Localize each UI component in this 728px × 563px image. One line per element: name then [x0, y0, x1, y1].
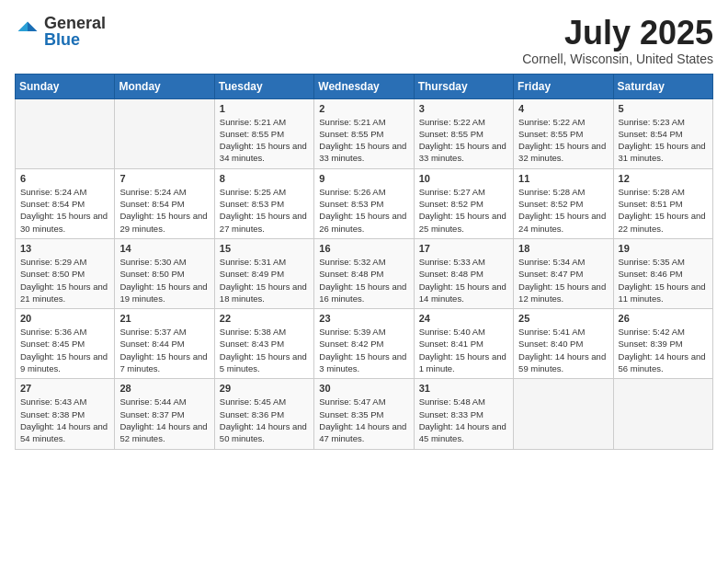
calendar-cell: 15Sunrise: 5:31 AMSunset: 8:49 PMDayligh…: [214, 238, 313, 308]
calendar-cell: 24Sunrise: 5:40 AMSunset: 8:41 PMDayligh…: [414, 309, 513, 379]
day-number: 13: [20, 243, 109, 254]
day-info: Sunrise: 5:27 AMSunset: 8:52 PMDaylight:…: [419, 186, 508, 235]
calendar-cell: 13Sunrise: 5:29 AMSunset: 8:50 PMDayligh…: [16, 238, 115, 308]
calendar-cell: 25Sunrise: 5:41 AMSunset: 8:40 PMDayligh…: [514, 309, 613, 379]
day-number: 17: [419, 243, 508, 254]
day-info: Sunrise: 5:44 AMSunset: 8:37 PMDaylight:…: [119, 396, 209, 444]
day-number: 5: [619, 103, 708, 114]
weekday-header-sunday: Sunday: [16, 74, 115, 98]
calendar-cell: 29Sunrise: 5:45 AMSunset: 8:36 PMDayligh…: [214, 379, 313, 449]
weekday-header-monday: Monday: [115, 74, 214, 98]
day-info: Sunrise: 5:22 AMSunset: 8:55 PMDaylight:…: [518, 116, 608, 165]
day-number: 4: [518, 103, 608, 114]
day-info: Sunrise: 5:28 AMSunset: 8:51 PMDaylight:…: [619, 186, 708, 235]
calendar-week-4: 20Sunrise: 5:36 AMSunset: 8:45 PMDayligh…: [16, 309, 713, 379]
calendar-week-3: 13Sunrise: 5:29 AMSunset: 8:50 PMDayligh…: [16, 238, 713, 308]
calendar-cell: 5Sunrise: 5:23 AMSunset: 8:54 PMDaylight…: [613, 98, 712, 168]
day-info: Sunrise: 5:43 AMSunset: 8:38 PMDaylight:…: [20, 396, 109, 444]
calendar-cell: 7Sunrise: 5:24 AMSunset: 8:54 PMDaylight…: [115, 168, 214, 238]
calendar-cell: 18Sunrise: 5:34 AMSunset: 8:47 PMDayligh…: [514, 238, 613, 308]
day-number: 1: [220, 103, 309, 114]
day-info: Sunrise: 5:40 AMSunset: 8:41 PMDaylight:…: [419, 326, 508, 374]
svg-marker-0: [28, 22, 38, 32]
day-number: 31: [419, 383, 508, 394]
day-number: 8: [220, 173, 309, 184]
day-info: Sunrise: 5:48 AMSunset: 8:33 PMDaylight:…: [419, 396, 508, 444]
day-number: 14: [119, 243, 209, 254]
calendar-cell: 11Sunrise: 5:28 AMSunset: 8:52 PMDayligh…: [514, 168, 613, 238]
day-info: Sunrise: 5:23 AMSunset: 8:54 PMDaylight:…: [619, 116, 708, 165]
day-info: Sunrise: 5:41 AMSunset: 8:40 PMDaylight:…: [518, 326, 608, 374]
calendar-cell: 16Sunrise: 5:32 AMSunset: 8:48 PMDayligh…: [314, 238, 414, 308]
weekday-header-friday: Friday: [514, 74, 613, 98]
day-info: Sunrise: 5:21 AMSunset: 8:55 PMDaylight:…: [319, 116, 408, 165]
day-info: Sunrise: 5:25 AMSunset: 8:53 PMDaylight:…: [220, 186, 309, 235]
calendar-cell: [514, 379, 613, 449]
day-info: Sunrise: 5:33 AMSunset: 8:48 PMDaylight:…: [419, 256, 508, 304]
day-number: 26: [619, 313, 708, 324]
day-info: Sunrise: 5:36 AMSunset: 8:45 PMDaylight:…: [20, 326, 109, 374]
day-info: Sunrise: 5:30 AMSunset: 8:50 PMDaylight:…: [119, 256, 209, 304]
calendar-cell: [613, 379, 712, 449]
svg-marker-1: [18, 22, 28, 32]
day-number: 30: [319, 383, 408, 394]
calendar-cell: 28Sunrise: 5:44 AMSunset: 8:37 PMDayligh…: [115, 379, 214, 449]
day-number: 16: [319, 243, 408, 254]
calendar-cell: 22Sunrise: 5:38 AMSunset: 8:43 PMDayligh…: [214, 309, 313, 379]
calendar-cell: 4Sunrise: 5:22 AMSunset: 8:55 PMDaylight…: [514, 98, 613, 168]
calendar-cell: 8Sunrise: 5:25 AMSunset: 8:53 PMDaylight…: [214, 168, 313, 238]
page-header: General Blue July 2025 Cornell, Wisconsi…: [15, 15, 713, 66]
day-number: 3: [419, 103, 508, 114]
day-number: 21: [119, 313, 209, 324]
calendar-cell: 19Sunrise: 5:35 AMSunset: 8:46 PMDayligh…: [613, 238, 712, 308]
day-number: 25: [518, 313, 608, 324]
calendar-cell: 21Sunrise: 5:37 AMSunset: 8:44 PMDayligh…: [115, 309, 214, 379]
location-title: Cornell, Wisconsin, United States: [522, 52, 713, 66]
day-info: Sunrise: 5:45 AMSunset: 8:36 PMDaylight:…: [220, 396, 309, 444]
day-info: Sunrise: 5:39 AMSunset: 8:42 PMDaylight:…: [319, 326, 408, 374]
calendar-cell: 30Sunrise: 5:47 AMSunset: 8:35 PMDayligh…: [314, 379, 414, 449]
logo-general: General: [44, 15, 106, 31]
day-number: 19: [619, 243, 708, 254]
day-number: 24: [419, 313, 508, 324]
day-info: Sunrise: 5:47 AMSunset: 8:35 PMDaylight:…: [319, 396, 408, 444]
weekday-header-row: SundayMondayTuesdayWednesdayThursdayFrid…: [16, 74, 713, 98]
calendar-cell: 17Sunrise: 5:33 AMSunset: 8:48 PMDayligh…: [414, 238, 513, 308]
logo: General Blue: [15, 15, 106, 48]
day-number: 29: [220, 383, 309, 394]
weekday-header-saturday: Saturday: [613, 74, 712, 98]
title-block: July 2025 Cornell, Wisconsin, United Sta…: [522, 15, 713, 66]
calendar-week-2: 6Sunrise: 5:24 AMSunset: 8:54 PMDaylight…: [16, 168, 713, 238]
day-number: 6: [20, 173, 109, 184]
logo-blue: Blue: [44, 31, 106, 48]
day-number: 7: [119, 173, 209, 184]
day-info: Sunrise: 5:24 AMSunset: 8:54 PMDaylight:…: [119, 186, 209, 235]
day-info: Sunrise: 5:32 AMSunset: 8:48 PMDaylight:…: [319, 256, 408, 304]
calendar-cell: 20Sunrise: 5:36 AMSunset: 8:45 PMDayligh…: [16, 309, 115, 379]
calendar-cell: 27Sunrise: 5:43 AMSunset: 8:38 PMDayligh…: [16, 379, 115, 449]
day-info: Sunrise: 5:24 AMSunset: 8:54 PMDaylight:…: [20, 186, 109, 235]
calendar-cell: 2Sunrise: 5:21 AMSunset: 8:55 PMDaylight…: [314, 98, 414, 168]
day-number: 22: [220, 313, 309, 324]
logo-text: General Blue: [44, 15, 106, 48]
day-info: Sunrise: 5:38 AMSunset: 8:43 PMDaylight:…: [220, 326, 309, 374]
calendar-cell: 14Sunrise: 5:30 AMSunset: 8:50 PMDayligh…: [115, 238, 214, 308]
day-info: Sunrise: 5:37 AMSunset: 8:44 PMDaylight:…: [119, 326, 209, 374]
day-number: 27: [20, 383, 109, 394]
day-number: 11: [518, 173, 608, 184]
day-info: Sunrise: 5:22 AMSunset: 8:55 PMDaylight:…: [419, 116, 508, 165]
weekday-header-wednesday: Wednesday: [314, 74, 414, 98]
logo-icon: [15, 18, 40, 44]
weekday-header-thursday: Thursday: [414, 74, 513, 98]
calendar-cell: 23Sunrise: 5:39 AMSunset: 8:42 PMDayligh…: [314, 309, 414, 379]
calendar-cell: 3Sunrise: 5:22 AMSunset: 8:55 PMDaylight…: [414, 98, 513, 168]
calendar-cell: 9Sunrise: 5:26 AMSunset: 8:53 PMDaylight…: [314, 168, 414, 238]
calendar-cell: 12Sunrise: 5:28 AMSunset: 8:51 PMDayligh…: [613, 168, 712, 238]
calendar-table: SundayMondayTuesdayWednesdayThursdayFrid…: [15, 74, 713, 450]
day-info: Sunrise: 5:35 AMSunset: 8:46 PMDaylight:…: [619, 256, 708, 304]
calendar-week-5: 27Sunrise: 5:43 AMSunset: 8:38 PMDayligh…: [16, 379, 713, 449]
calendar-cell: [16, 98, 115, 168]
weekday-header-tuesday: Tuesday: [214, 74, 313, 98]
day-number: 20: [20, 313, 109, 324]
month-title: July 2025: [522, 15, 713, 52]
